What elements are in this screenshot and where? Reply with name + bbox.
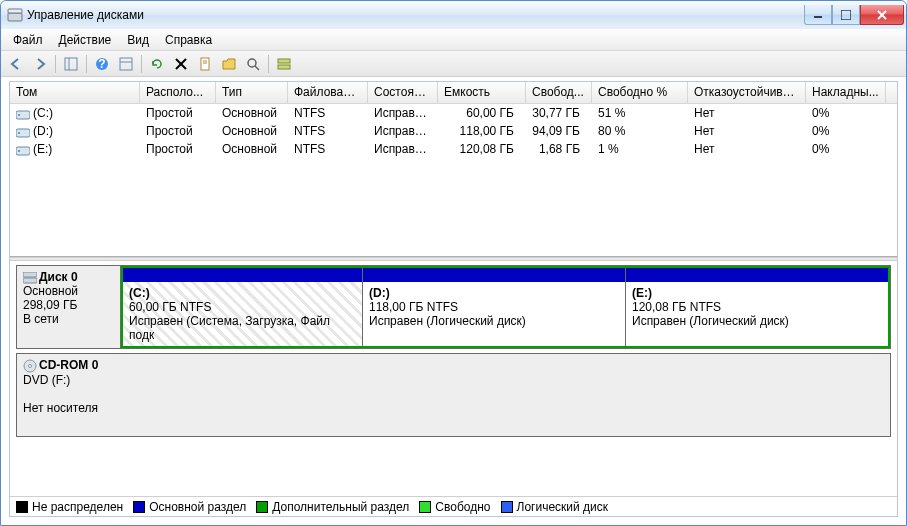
window-title: Управление дисками (27, 8, 804, 22)
explore-button[interactable] (242, 53, 264, 75)
volume-name: (D:) (33, 124, 53, 138)
col-fault[interactable]: Отказоустойчиво... (688, 82, 806, 103)
refresh-button[interactable] (146, 53, 168, 75)
svg-point-17 (248, 59, 256, 67)
forward-button[interactable] (29, 53, 51, 75)
disk-stack-icon (23, 270, 39, 284)
maximize-button[interactable] (832, 5, 860, 25)
title-bar[interactable]: Управление дисками (1, 1, 906, 29)
col-filesystem[interactable]: Файловая с... (288, 82, 368, 103)
disk-partitions: (C:) 60,00 ГБ NTFS Исправен (Система, За… (121, 266, 890, 348)
help-button[interactable]: ? (91, 53, 113, 75)
cdrom-icon (23, 358, 39, 372)
legend-unallocated: Не распределен (32, 500, 123, 514)
open-button[interactable] (218, 53, 240, 75)
partition-header (123, 268, 362, 282)
volume-row[interactable]: (C:) Простой Основной NTFS Исправен... 6… (10, 104, 897, 122)
disk-list-button[interactable] (273, 53, 295, 75)
disk-0-row[interactable]: Диск 0 Основной 298,09 ГБ В сети (C:) 60… (16, 265, 891, 349)
app-icon (7, 7, 23, 23)
properties-button[interactable] (194, 53, 216, 75)
svg-rect-2 (814, 16, 822, 18)
svg-rect-19 (278, 59, 290, 63)
svg-rect-6 (65, 58, 77, 70)
col-layout[interactable]: Располо... (140, 82, 216, 103)
window-controls (804, 5, 904, 25)
legend-swatch-unallocated (16, 501, 28, 513)
svg-text:?: ? (98, 57, 105, 71)
show-hide-tree-button[interactable] (60, 53, 82, 75)
volume-icon (16, 145, 30, 155)
volume-icon (16, 127, 30, 137)
svg-point-26 (18, 150, 20, 152)
partition-e[interactable]: (E:) 120,08 ГБ NTFS Исправен (Логический… (626, 268, 888, 346)
menu-bar: Файл Действие Вид Справка (1, 29, 906, 51)
legend-primary: Основной раздел (149, 500, 246, 514)
menu-view[interactable]: Вид (119, 30, 157, 50)
svg-point-24 (18, 132, 20, 134)
menu-file[interactable]: Файл (5, 30, 51, 50)
content-area: Том Располо... Тип Файловая с... Состоян… (9, 81, 898, 517)
legend-bar: Не распределен Основной раздел Дополните… (10, 496, 897, 516)
legend-swatch-logical (501, 501, 513, 513)
col-status[interactable]: Состояние (368, 82, 438, 103)
svg-rect-20 (278, 65, 290, 69)
menu-action[interactable]: Действие (51, 30, 120, 50)
volume-row[interactable]: (D:) Простой Основной NTFS Исправен... 1… (10, 122, 897, 140)
view-settings-button[interactable] (115, 53, 137, 75)
disk-management-window: Управление дисками Файл Действие Вид Спр… (0, 0, 907, 526)
close-button[interactable] (860, 5, 904, 25)
back-button[interactable] (5, 53, 27, 75)
cdrom-label: CD-ROM 0 DVD (F:) Нет носителя (17, 354, 890, 436)
disk-label: Диск 0 Основной 298,09 ГБ В сети (17, 266, 121, 348)
svg-rect-1 (8, 9, 22, 13)
col-volume[interactable]: Том (10, 82, 140, 103)
menu-help[interactable]: Справка (157, 30, 220, 50)
svg-rect-0 (8, 13, 22, 21)
svg-line-18 (255, 66, 259, 70)
partition-header (363, 268, 625, 282)
col-type[interactable]: Тип (216, 82, 288, 103)
svg-rect-28 (23, 278, 37, 283)
toolbar: ? (1, 51, 906, 77)
legend-swatch-extended (256, 501, 268, 513)
legend-free: Свободно (435, 500, 490, 514)
col-capacity[interactable]: Емкость (438, 82, 526, 103)
minimize-button[interactable] (804, 5, 832, 25)
legend-extended: Дополнительный раздел (272, 500, 409, 514)
legend-swatch-free (419, 501, 431, 513)
delete-button[interactable] (170, 53, 192, 75)
graphical-view: Диск 0 Основной 298,09 ГБ В сети (C:) 60… (10, 261, 897, 496)
legend-swatch-primary (133, 501, 145, 513)
svg-rect-14 (201, 58, 209, 70)
volume-name: (C:) (33, 106, 53, 120)
svg-point-22 (18, 114, 20, 116)
svg-point-30 (29, 364, 32, 367)
volume-name: (E:) (33, 142, 52, 156)
col-free[interactable]: Свобод... (526, 82, 592, 103)
partition-c[interactable]: (C:) 60,00 ГБ NTFS Исправен (Система, За… (123, 268, 363, 346)
cdrom-row[interactable]: CD-ROM 0 DVD (F:) Нет носителя (16, 353, 891, 437)
col-overhead[interactable]: Накладны... (806, 82, 886, 103)
svg-rect-3 (841, 10, 851, 20)
svg-rect-10 (120, 58, 132, 70)
col-free-pct[interactable]: Свободно % (592, 82, 688, 103)
volume-row[interactable]: (E:) Простой Основной NTFS Исправен... 1… (10, 140, 897, 158)
volume-icon (16, 109, 30, 119)
legend-logical: Логический диск (517, 500, 609, 514)
partition-header (626, 268, 888, 282)
volume-list[interactable]: Том Располо... Тип Файловая с... Состоян… (10, 82, 897, 257)
column-headers: Том Располо... Тип Файловая с... Состоян… (10, 82, 897, 104)
svg-rect-27 (23, 272, 37, 277)
partition-d[interactable]: (D:) 118,00 ГБ NTFS Исправен (Логический… (363, 268, 626, 346)
